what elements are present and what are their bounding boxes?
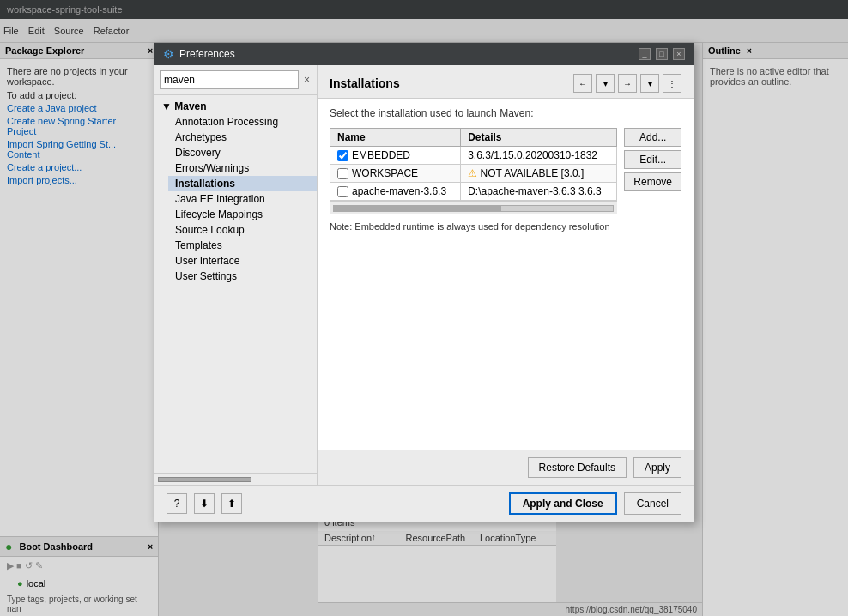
th-name: Name — [330, 129, 461, 147]
note-text: Note: Embedded runtime is always used fo… — [330, 221, 617, 232]
menu-btn[interactable]: ⋮ — [663, 74, 681, 93]
row-apache-maven[interactable]: apache-maven-3.6.3 D:\apache-maven-3.6.3… — [330, 183, 617, 201]
maven-label: Maven — [174, 100, 206, 112]
installations-desc: Select the installation used to launch M… — [330, 107, 681, 119]
row-embedded[interactable]: EMBEDDED 3.6.3/1.15.0.20200310-1832 — [330, 147, 617, 165]
footer2-right: Apply and Close Cancel — [509, 492, 681, 515]
scrollbar-thumb2 — [334, 206, 501, 211]
remove-button[interactable]: Remove — [624, 172, 681, 191]
dialog-left: × ▼ Maven Annotation Processing A — [154, 65, 318, 485]
embedded-checkbox[interactable] — [337, 150, 348, 161]
left-scrollbar[interactable] — [154, 473, 317, 485]
table-wrapper: Name Details — [330, 128, 681, 232]
tree-area: ▼ Maven Annotation Processing Archetypes — [154, 95, 317, 473]
apache-details: D:\apache-maven-3.6.3 3.6.3 — [461, 183, 617, 201]
footer2-left: ? ⬇ ⬆ — [167, 493, 242, 514]
scrollbar-track — [333, 205, 614, 212]
tree-archetypes[interactable]: Archetypes — [168, 130, 317, 145]
tree-discovery[interactable]: Discovery — [168, 145, 317, 160]
dialog-maximize[interactable]: □ — [656, 48, 668, 60]
preferences-dialog: ⚙ Preferences _ □ × × — [154, 42, 694, 522]
embedded-details: 3.6.3/1.15.0.20200310-1832 — [461, 147, 617, 165]
footer1-right: Restore Defaults Apply — [528, 457, 681, 478]
warn-icon: ⚠ — [468, 167, 477, 179]
tree-errors[interactable]: Errors/Warnings — [168, 160, 317, 176]
back-btn[interactable]: ← — [573, 74, 592, 93]
dialog-body: × ▼ Maven Annotation Processing A — [154, 65, 694, 485]
row-workspace[interactable]: WORKSPACE ⚠ NOT AVAILABLE [3.0.] — [330, 165, 617, 183]
content-body: Select the installation used to launch M… — [318, 99, 694, 450]
preferences-icon: ⚙ — [163, 47, 174, 61]
content-title: Installations — [330, 76, 400, 90]
edit-button[interactable]: Edit... — [624, 150, 681, 169]
dialog-close[interactable]: × — [673, 48, 685, 60]
maven-expand-icon: ▼ — [161, 100, 172, 112]
content-header: Installations ← ▾ → ▾ ⋮ — [318, 65, 694, 99]
table-scrollbar[interactable] — [330, 201, 617, 214]
dialog-footer2: ? ⬇ ⬆ Apply and Close Cancel — [154, 485, 694, 522]
search-clear[interactable]: × — [302, 72, 312, 88]
embedded-label: EMBEDDED — [352, 149, 410, 161]
dialog-controls: _ □ × — [639, 48, 685, 60]
tree-maven[interactable]: ▼ Maven — [154, 99, 317, 114]
tree-user-settings[interactable]: User Settings — [168, 269, 317, 284]
tree-java-ee[interactable]: Java EE Integration — [168, 191, 317, 207]
dialog-footer1: Restore Defaults Apply — [318, 450, 694, 485]
modal-overlay: ⚙ Preferences _ □ × × — [0, 0, 848, 616]
scrollbar-thumb — [158, 477, 251, 482]
dialog-titlebar: ⚙ Preferences _ □ × — [154, 43, 694, 65]
dialog-right: Installations ← ▾ → ▾ ⋮ Select the insta… — [318, 65, 694, 485]
dialog-title-area: ⚙ Preferences — [163, 47, 235, 61]
import-button[interactable]: ⬇ — [194, 493, 215, 514]
restore-defaults-button[interactable]: Restore Defaults — [528, 457, 627, 478]
apache-cell: apache-maven-3.6.3 — [337, 185, 453, 197]
workspace-cell: WORKSPACE — [337, 167, 453, 179]
tree-lifecycle[interactable]: Lifecycle Mappings — [168, 207, 317, 222]
add-button[interactable]: Add... — [624, 128, 681, 147]
content-toolbar: ← ▾ → ▾ ⋮ — [573, 74, 681, 93]
tree-children: Annotation Processing Archetypes Discove… — [154, 114, 317, 284]
dropdown2-btn[interactable]: ▾ — [640, 74, 659, 93]
installations-table: Name Details — [330, 128, 617, 201]
apache-label: apache-maven-3.6.3 — [352, 185, 446, 197]
dialog-minimize[interactable]: _ — [639, 48, 651, 60]
apply-close-button[interactable]: Apply and Close — [509, 492, 617, 515]
table-container: Name Details — [330, 128, 617, 232]
dropdown-btn[interactable]: ▾ — [596, 74, 615, 93]
apply-button[interactable]: Apply — [633, 457, 681, 478]
table-buttons: Add... Edit... Remove — [624, 128, 681, 232]
tree-annotation[interactable]: Annotation Processing — [168, 114, 317, 130]
tree-templates[interactable]: Templates — [168, 238, 317, 253]
search-area: × — [154, 65, 317, 95]
workspace-details: NOT AVAILABLE [3.0.] — [481, 167, 585, 179]
tree-user-interface[interactable]: User Interface — [168, 253, 317, 269]
workspace-checkbox[interactable] — [337, 168, 348, 179]
embedded-cell: EMBEDDED — [337, 149, 453, 161]
forward-btn[interactable]: → — [618, 74, 637, 93]
apache-checkbox[interactable] — [337, 186, 348, 197]
preferences-title: Preferences — [179, 48, 235, 60]
search-input[interactable] — [160, 70, 299, 89]
tree-installations[interactable]: Installations — [168, 176, 317, 191]
export-button[interactable]: ⬆ — [221, 493, 242, 514]
th-details: Details — [461, 129, 617, 147]
tree-source-lookup[interactable]: Source Lookup — [168, 222, 317, 238]
cancel-button[interactable]: Cancel — [624, 492, 681, 515]
workspace-label: WORKSPACE — [352, 167, 418, 179]
help-button[interactable]: ? — [167, 493, 187, 514]
